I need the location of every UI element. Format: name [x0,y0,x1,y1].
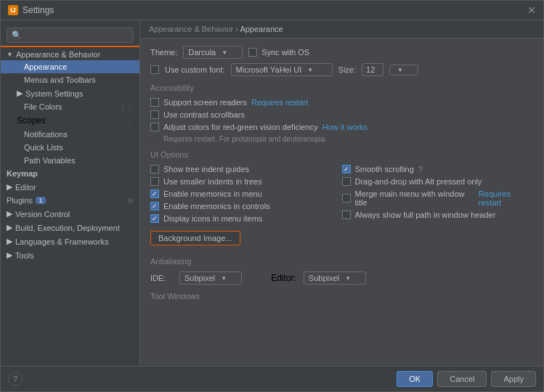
breadcrumb-parent: Appearance & Behavior [149,25,233,33]
sidebar-label-scopes: Scopes [17,115,46,126]
sidebar-item-path-variables[interactable]: Path Variables [1,154,139,167]
drag-icon: ⋮⋮ [119,103,134,111]
expand-tools-icon: ▶ [7,250,12,260]
custom-font-row: Use custom font: Microsoft YaHei UI ▼ Si… [150,63,533,76]
settings-dialog: IJ Settings ✕ 🔍 ▼ Appearance & Behavior … [0,0,544,392]
ide-aa-label: IDE: [150,274,172,282]
support-readers-row: Support screen readers Requires restart [150,98,533,107]
editor-aa-value: Subpixel [309,274,339,282]
sidebar-item-tools[interactable]: ▶ Tools [1,248,139,262]
theme-row: Theme: Darcula ▼ Sync with OS [150,46,533,59]
show-tree-guides-row: Show tree indent guides [150,165,342,173]
drag-drop-label: Drag-and-drop with Alt pressed only [355,177,482,186]
expand-build-icon: ▶ [7,223,12,232]
smaller-indents-label: Use smaller indents in trees [163,177,262,186]
expand-system-icon: ▶ [17,89,23,98]
bg-image-button[interactable]: Background Image... [150,231,240,245]
enable-mnemonics-controls-checkbox[interactable] [150,202,159,211]
sidebar-label-path-variables: Path Variables [24,156,76,165]
smaller-indents-checkbox[interactable] [150,177,159,186]
breadcrumb-current: Appearance [240,25,283,33]
red-green-row: Adjust colors for red-green vision defic… [150,123,533,131]
apply-button[interactable]: Apply [491,371,536,387]
sidebar-item-scopes[interactable]: Scopes ⋮⋮ [1,113,139,128]
merge-restart-note: Requires restart [479,189,533,207]
merge-menu-label: Merge main menu with window title [355,189,474,207]
drag-drop-checkbox[interactable] [342,177,351,186]
red-green-checkbox[interactable] [150,123,159,131]
sidebar-item-keymap[interactable]: Keymap [1,167,139,180]
font-dropdown[interactable]: Microsoft YaHei UI ▼ [231,63,333,76]
dialog-title: Settings [23,5,54,15]
title-bar: IJ Settings ✕ [1,1,543,20]
sidebar-label-editor: Editor [15,183,36,192]
ide-aa-dropdown[interactable]: Subpixel ▼ [179,271,242,285]
always-show-path-label: Always show full path in window header [355,211,496,219]
sidebar-label-notifications: Notifications [24,130,68,139]
size-input[interactable] [362,63,383,76]
sidebar-item-appearance-behavior[interactable]: ▼ Appearance & Behavior [1,47,139,60]
sidebar-item-system-settings[interactable]: ▶ System Settings [1,86,139,100]
sidebar-label-appearance: Appearance [24,62,67,71]
enable-mnemonics-menu-checkbox[interactable] [150,189,159,198]
vc-drag-icon: ⋮⋮ [119,210,134,218]
sidebar-item-appearance[interactable]: Appearance [1,60,139,73]
theme-value: Darcula [188,48,216,57]
support-readers-checkbox[interactable] [150,98,159,107]
ui-options-label: UI Options [150,150,188,159]
how-it-works-link[interactable]: How it works [322,123,368,131]
main-content: Appearance & Behavior › Appearance Theme… [140,20,543,366]
theme-dropdown[interactable]: Darcula ▼ [183,46,243,59]
size-arrow: ▼ [397,67,403,73]
always-show-path-checkbox[interactable] [342,211,351,219]
sidebar-item-quick-lists[interactable]: Quick Lists [1,141,139,154]
support-readers-label: Support screen readers [163,98,247,107]
contrast-scrollbars-checkbox[interactable] [150,110,159,119]
enable-mnemonics-menu-label: Enable mnemonics in menu [163,189,262,198]
tool-windows-label: Tool Windows [150,292,200,301]
ide-aa-value: Subpixel [184,274,215,282]
expand-arrow-icon: ▼ [7,51,13,58]
show-tree-guides-checkbox[interactable] [150,165,159,173]
sidebar-item-plugins[interactable]: Plugins 1 ⚙ [1,194,139,207]
editor-aa-dropdown[interactable]: Subpixel ▼ [304,271,366,285]
sync-os-checkbox[interactable] [248,48,257,57]
display-icons-menu-checkbox[interactable] [150,214,159,223]
bottom-bar: ? OK Cancel Apply [1,366,543,391]
sidebar-item-languages[interactable]: ▶ Languages & Frameworks [1,234,139,248]
smooth-scrolling-checkbox[interactable] [342,165,351,173]
always-show-path-row: Always show full path in window header [342,211,534,219]
custom-font-checkbox[interactable] [150,65,159,74]
merge-menu-checkbox[interactable] [342,194,351,203]
sidebar-item-notifications[interactable]: Notifications [1,128,139,141]
red-green-note: Requires restart. For protanopia and deu… [163,135,533,143]
editor-aa-arrow: ▼ [345,275,351,282]
display-icons-menu-row: Display icons in menu items [150,214,342,223]
ok-button[interactable]: OK [397,371,433,387]
sidebar-item-editor[interactable]: ▶ Editor [1,180,139,194]
custom-font-label: Use custom font: [165,65,225,74]
sidebar-label-plugins: Plugins [7,196,33,205]
expand-editor-icon: ▶ [7,182,12,192]
sidebar-label-vc: Version Control [15,210,70,219]
size-label: Size: [338,65,356,74]
sidebar-item-build[interactable]: ▶ Build, Execution, Deployment [1,221,139,234]
bg-image-row: Background Image... [150,231,533,250]
accessibility-section: Accessibility [150,83,533,94]
antialiasing-label: Antialiasing [150,257,191,266]
sidebar-item-menus-toolbars[interactable]: Menus and Toolbars [1,73,139,86]
enable-mnemonics-menu-row: Enable mnemonics in menu [150,189,342,198]
size-dropdown[interactable]: ▼ [389,65,418,75]
sidebar-item-file-colors[interactable]: File Colors ⋮⋮ [1,100,139,113]
app-icon: IJ [8,5,18,15]
sidebar-label-appearance-behavior: Appearance & Behavior [16,50,100,59]
ide-aa-arrow: ▼ [221,275,227,282]
sidebar-item-version-control[interactable]: ▶ Version Control ⋮⋮ [1,207,139,221]
close-button[interactable]: ✕ [527,5,536,15]
font-value: Microsoft YaHei UI [236,65,302,74]
help-button[interactable]: ? [8,372,23,386]
search-box[interactable]: 🔍 [7,28,134,43]
plugins-row: Plugins 1 [7,196,46,205]
cancel-button[interactable]: Cancel [437,371,487,387]
antialiasing-section: Antialiasing [150,257,533,267]
